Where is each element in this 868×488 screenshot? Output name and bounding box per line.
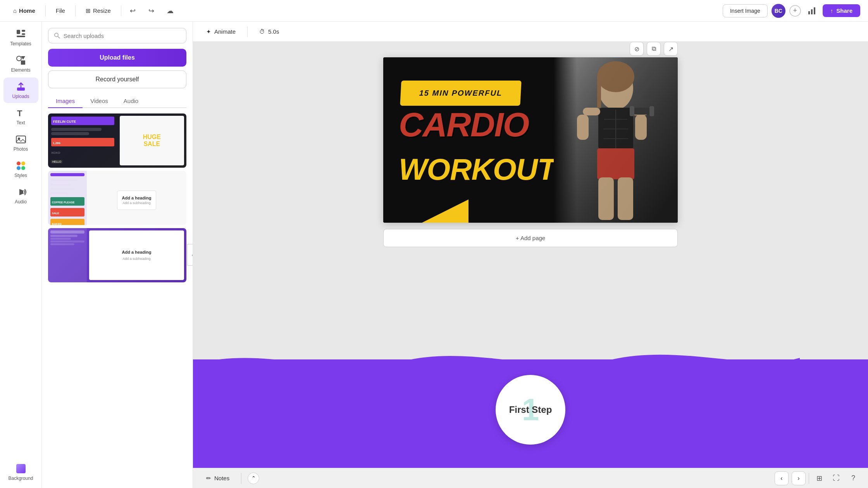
undo-button[interactable]: ↩ — [126, 4, 140, 18]
svg-rect-25 — [583, 108, 600, 115]
notes-button[interactable]: ✏ Notes — [201, 472, 235, 485]
nav-divider-3 — [121, 5, 121, 16]
duration-button[interactable]: ⏱ 5.0s — [254, 26, 284, 38]
svg-point-7 — [17, 56, 21, 61]
nav-divider-2 — [75, 5, 76, 16]
audio-icon — [16, 187, 26, 198]
resize-button[interactable]: ⊞ Resize — [80, 5, 116, 17]
search-bar[interactable] — [48, 28, 186, 43]
hide-panel-button[interactable]: ‹ — [187, 244, 193, 266]
svg-rect-8 — [21, 60, 25, 65]
tab-images[interactable]: Images — [48, 95, 83, 108]
slide-container: ⊘ ⧉ ↗ 15 MIN POWERFUL CARDIO WORKOUT — [383, 57, 678, 247]
svg-point-14 — [17, 162, 21, 165]
background-icon — [16, 463, 26, 474]
sidebar-item-templates[interactable]: Templates — [3, 25, 38, 50]
slide-copy-button[interactable]: ⧉ — [647, 42, 661, 56]
prev-page-button[interactable]: ‹ — [775, 471, 789, 485]
toolbar-divider — [247, 26, 248, 37]
svg-rect-29 — [631, 108, 653, 115]
navbar: ⌂ Home File ⊞ Resize ↩ ↪ ☁ Insert Image … — [0, 0, 868, 22]
svg-point-15 — [21, 162, 25, 165]
search-input[interactable] — [64, 33, 181, 39]
sidebar-item-background[interactable]: Background — [3, 459, 38, 485]
animate-icon: ✦ — [206, 28, 211, 35]
share-button[interactable]: ↑ Share — [823, 4, 860, 17]
svg-rect-37 — [598, 177, 614, 220]
svg-rect-5 — [22, 33, 25, 35]
bottom-divider — [241, 473, 241, 484]
svg-point-16 — [17, 166, 21, 170]
svg-rect-18 — [16, 464, 26, 473]
slide-line1: 15 MIN POWERFUL — [419, 89, 503, 98]
resize-icon: ⊞ — [86, 7, 91, 14]
clock-icon: ⏱ — [259, 28, 265, 35]
insert-image-button[interactable]: Insert Image — [723, 4, 768, 17]
home-icon: ⌂ — [13, 7, 17, 14]
slide-yellow-banner: 15 MIN POWERFUL — [400, 81, 521, 106]
slide-controls: ⊘ ⧉ ↗ — [630, 42, 678, 56]
upload-files-button[interactable]: Upload files — [48, 49, 186, 67]
uploads-grid: FEELIN CUTE 1,286 XOXO HELLO — [48, 113, 186, 282]
redo-button[interactable]: ↪ — [145, 4, 158, 18]
templates-icon — [16, 29, 26, 40]
nav-right: Insert Image BC + ↑ Share — [723, 4, 860, 18]
upload-thumb-2[interactable]: COFFEE PLEASE SALE BAKED Add a heading A… — [48, 171, 186, 225]
styles-icon — [16, 160, 26, 171]
cloud-save-button[interactable]: ☁ — [163, 4, 177, 18]
svg-rect-12 — [16, 136, 26, 143]
sidebar-item-text[interactable]: T Text — [3, 104, 38, 129]
add-page-button[interactable]: + Add page — [383, 229, 678, 247]
svg-rect-3 — [17, 30, 20, 34]
analytics-icon — [808, 7, 816, 15]
uploads-icon — [16, 81, 26, 92]
sidebar-item-elements[interactable]: Elements — [3, 51, 38, 77]
slide-edge-fade — [554, 57, 577, 223]
home-button[interactable]: ⌂ Home — [8, 5, 41, 16]
svg-rect-36 — [597, 148, 634, 179]
bottom-toolbar: ✏ Notes ⌃ ‹ › ⊞ ⛶ ? — [193, 468, 868, 488]
help-button[interactable]: ? — [846, 471, 860, 485]
nav-divider — [45, 5, 46, 16]
file-button[interactable]: File — [50, 5, 71, 16]
grid-view-button[interactable]: ⊞ — [812, 471, 826, 485]
upload-thumb-3[interactable]: Add a heading Add a subheading — [48, 228, 186, 282]
fullscreen-button[interactable]: ⛶ — [829, 471, 843, 485]
slide-athlete-area — [554, 57, 678, 223]
slide-workout: WORKOUT — [399, 154, 556, 184]
svg-rect-31 — [649, 106, 654, 116]
tab-videos[interactable]: Videos — [83, 95, 116, 108]
notes-icon: ✏ — [206, 475, 211, 482]
svg-rect-4 — [22, 30, 25, 32]
upload-thumb-1[interactable]: FEELIN CUTE 1,286 XOXO HELLO — [48, 113, 186, 168]
next-page-button[interactable]: › — [792, 471, 806, 485]
tab-audio[interactable]: Audio — [116, 95, 146, 108]
add-user-button[interactable]: + — [789, 5, 801, 17]
collapse-notes-button[interactable]: ⌃ — [248, 473, 259, 484]
bottom-divider-2 — [809, 473, 809, 484]
share-icon: ↑ — [830, 7, 834, 14]
svg-rect-30 — [630, 106, 634, 116]
animate-button[interactable]: ✦ Animate — [201, 26, 241, 38]
slide[interactable]: 15 MIN POWERFUL CARDIO WORKOUT — [383, 57, 678, 223]
sidebar-item-photos[interactable]: Photos — [3, 130, 38, 156]
svg-point-17 — [21, 166, 25, 170]
svg-rect-1 — [811, 9, 813, 14]
svg-rect-38 — [618, 177, 633, 220]
svg-rect-23 — [597, 77, 601, 108]
main-area: ✦ Animate ⏱ 5.0s ⊘ ⧉ ↗ 15 MIN POWERFUL — [193, 22, 868, 488]
slide-save-icon-button[interactable]: ⊘ — [630, 42, 644, 56]
analytics-button[interactable] — [805, 4, 819, 18]
canvas-wrapper: ⊘ ⧉ ↗ 15 MIN POWERFUL CARDIO WORKOUT — [193, 42, 868, 466]
slide-toolbar: ✦ Animate ⏱ 5.0s — [193, 22, 868, 42]
sidebar-item-uploads[interactable]: Uploads — [3, 77, 38, 103]
photos-icon — [16, 134, 26, 145]
sidebar-item-audio[interactable]: Audio — [3, 183, 38, 208]
avatar: BC — [772, 4, 785, 18]
sidebar-item-styles[interactable]: Styles — [3, 156, 38, 182]
elements-icon — [16, 55, 26, 66]
record-yourself-button[interactable]: Record yourself — [48, 70, 186, 88]
slide-share-button[interactable]: ↗ — [664, 42, 678, 56]
bottom-right: ‹ › ⊞ ⛶ ? — [775, 471, 860, 485]
svg-text:T: T — [17, 108, 22, 118]
